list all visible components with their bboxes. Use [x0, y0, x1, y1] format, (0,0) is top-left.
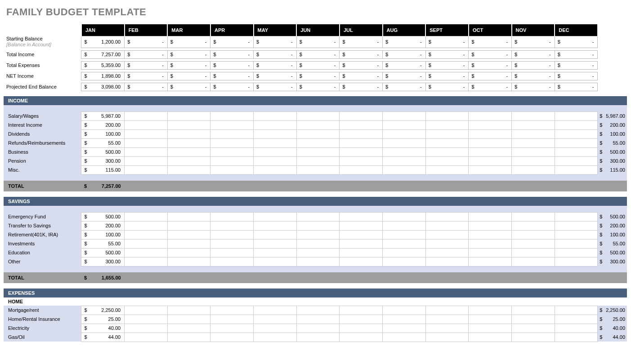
data-cell[interactable]: $500.00 — [81, 212, 125, 221]
data-cell[interactable] — [125, 138, 168, 147]
money-cell[interactable]: $- — [210, 61, 254, 69]
data-cell[interactable] — [512, 239, 555, 248]
data-cell[interactable] — [340, 111, 383, 120]
data-cell[interactable]: $300.00 — [81, 156, 125, 165]
money-cell[interactable]: $- — [512, 83, 555, 91]
data-cell[interactable] — [254, 129, 297, 138]
money-cell[interactable]: $- — [340, 61, 383, 69]
data-cell[interactable] — [512, 257, 555, 266]
money-cell[interactable]: $5,359.00 — [81, 61, 125, 69]
data-cell[interactable] — [340, 212, 383, 221]
money-cell[interactable]: $7,257.00 — [81, 50, 125, 58]
data-cell[interactable] — [512, 156, 555, 165]
money-cell[interactable]: $- — [469, 72, 512, 80]
money-cell[interactable]: $- — [512, 61, 555, 69]
data-cell[interactable] — [555, 120, 598, 129]
data-cell[interactable] — [296, 230, 340, 239]
data-cell[interactable] — [425, 248, 469, 257]
data-cell[interactable] — [555, 333, 598, 342]
data-cell[interactable] — [555, 221, 598, 230]
data-cell[interactable] — [512, 138, 555, 147]
data-cell[interactable] — [425, 221, 469, 230]
data-cell[interactable] — [296, 221, 340, 230]
money-cell[interactable]: $- — [555, 83, 598, 91]
money-cell[interactable]: $- — [254, 83, 297, 91]
data-cell[interactable] — [254, 315, 297, 324]
data-cell[interactable] — [254, 120, 297, 129]
data-cell[interactable] — [254, 239, 297, 248]
money-cell[interactable]: $1,898.00 — [81, 72, 125, 80]
money-cell[interactable]: $- — [210, 72, 254, 80]
data-cell[interactable] — [254, 333, 297, 342]
data-cell[interactable] — [555, 129, 598, 138]
data-cell[interactable] — [167, 221, 210, 230]
data-cell[interactable] — [167, 239, 210, 248]
money-cell[interactable]: $- — [383, 50, 426, 58]
data-cell[interactable] — [512, 120, 555, 129]
data-cell[interactable]: $55.00 — [81, 239, 125, 248]
data-cell[interactable] — [512, 333, 555, 342]
money-cell[interactable]: $- — [254, 61, 297, 69]
data-cell[interactable]: $500.00 — [81, 248, 125, 257]
money-cell[interactable]: $- — [296, 36, 340, 48]
data-cell[interactable] — [469, 230, 512, 239]
data-cell[interactable] — [469, 111, 512, 120]
money-cell[interactable]: $- — [383, 72, 426, 80]
data-cell[interactable] — [469, 257, 512, 266]
data-cell[interactable] — [296, 138, 340, 147]
data-cell[interactable] — [425, 129, 469, 138]
data-cell[interactable] — [210, 306, 254, 315]
money-cell[interactable]: $- — [125, 72, 168, 80]
money-cell[interactable]: $3,098.00 — [81, 83, 125, 91]
money-cell[interactable]: $- — [425, 83, 469, 91]
data-cell[interactable] — [210, 120, 254, 129]
data-cell[interactable] — [125, 111, 168, 120]
money-cell[interactable]: $- — [340, 36, 383, 48]
data-cell[interactable] — [340, 333, 383, 342]
data-cell[interactable] — [512, 129, 555, 138]
data-cell[interactable] — [340, 248, 383, 257]
data-cell[interactable] — [383, 248, 426, 257]
data-cell[interactable] — [383, 324, 426, 333]
data-cell[interactable] — [210, 129, 254, 138]
data-cell[interactable] — [425, 156, 469, 165]
money-cell[interactable]: $- — [469, 50, 512, 58]
money-cell[interactable]: $- — [383, 36, 426, 48]
data-cell[interactable] — [383, 333, 426, 342]
data-cell[interactable] — [167, 111, 210, 120]
data-cell[interactable] — [125, 147, 168, 156]
money-cell[interactable]: $- — [340, 72, 383, 80]
data-cell[interactable] — [555, 315, 598, 324]
data-cell[interactable] — [383, 315, 426, 324]
data-cell[interactable] — [469, 248, 512, 257]
money-cell[interactable]: $- — [469, 61, 512, 69]
money-cell[interactable]: $- — [210, 50, 254, 58]
data-cell[interactable] — [125, 333, 168, 342]
data-cell[interactable] — [296, 257, 340, 266]
money-cell[interactable]: $- — [296, 72, 340, 80]
money-cell[interactable]: $- — [254, 72, 297, 80]
data-cell[interactable] — [555, 147, 598, 156]
data-cell[interactable] — [340, 147, 383, 156]
data-cell[interactable] — [167, 165, 210, 174]
money-cell[interactable]: $- — [125, 83, 168, 91]
data-cell[interactable] — [555, 239, 598, 248]
money-cell[interactable]: $- — [167, 61, 210, 69]
data-cell[interactable] — [340, 129, 383, 138]
data-cell[interactable] — [125, 165, 168, 174]
data-cell[interactable] — [425, 315, 469, 324]
data-cell[interactable] — [512, 212, 555, 221]
money-cell[interactable]: $- — [425, 72, 469, 80]
data-cell[interactable]: $25.00 — [81, 315, 125, 324]
data-cell[interactable] — [383, 129, 426, 138]
data-cell[interactable]: $300.00 — [81, 257, 125, 266]
data-cell[interactable] — [254, 212, 297, 221]
money-cell[interactable]: $- — [340, 83, 383, 91]
data-cell[interactable] — [125, 239, 168, 248]
data-cell[interactable] — [340, 120, 383, 129]
data-cell[interactable] — [167, 120, 210, 129]
data-cell[interactable] — [254, 111, 297, 120]
data-cell[interactable] — [383, 111, 426, 120]
data-cell[interactable] — [512, 165, 555, 174]
data-cell[interactable]: $200.00 — [81, 120, 125, 129]
